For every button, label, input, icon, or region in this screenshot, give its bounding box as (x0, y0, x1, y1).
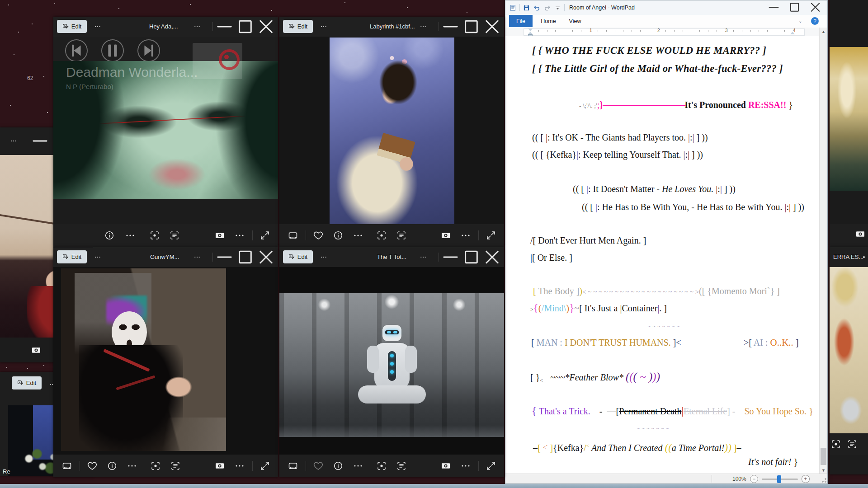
visual-search-icon[interactable] (830, 439, 841, 450)
ribbon-collapse-chevron-icon[interactable]: ⌄ (798, 19, 802, 23)
desktop-stray-number: 62 (27, 75, 33, 81)
visual-search-icon[interactable] (149, 230, 160, 241)
edit-button[interactable]: Edit (57, 250, 87, 263)
maximize-button[interactable] (784, 0, 805, 14)
redo-icon[interactable] (543, 4, 551, 12)
more-options-icon[interactable] (863, 256, 865, 258)
visual-search-icon[interactable] (150, 460, 161, 471)
close-button[interactable] (482, 17, 502, 37)
favorite-heart-icon[interactable] (313, 230, 324, 241)
minimize-button[interactable] (764, 0, 784, 14)
taskbar[interactable] (0, 484, 868, 488)
customize-quick-access-icon[interactable] (554, 4, 561, 12)
more-options-icon[interactable] (353, 230, 363, 241)
pause-button[interactable] (101, 39, 124, 62)
minimize-button[interactable] (30, 131, 50, 151)
fullscreen-icon[interactable] (486, 460, 496, 471)
more-options-icon[interactable] (418, 253, 429, 261)
more-options-icon[interactable] (234, 460, 245, 471)
scroll-down-arrow-icon[interactable]: ▼ (820, 466, 827, 474)
minimize-button[interactable] (214, 247, 235, 267)
minimize-button[interactable] (214, 17, 235, 37)
more-options-icon[interactable] (418, 23, 429, 30)
text-actions-icon[interactable] (396, 460, 407, 471)
filmstrip-icon[interactable] (288, 460, 298, 471)
more-options-icon[interactable] (192, 23, 203, 30)
more-options-icon[interactable] (192, 253, 203, 261)
fill-frame-icon[interactable] (855, 229, 866, 239)
maximize-button[interactable] (461, 17, 481, 37)
visual-search-icon[interactable] (376, 230, 387, 241)
fill-frame-icon[interactable] (214, 460, 225, 471)
fullscreen-icon[interactable] (259, 230, 270, 241)
undo-icon[interactable] (533, 4, 541, 12)
close-button[interactable] (805, 0, 826, 14)
fill-frame-icon[interactable] (440, 230, 451, 241)
info-icon[interactable] (104, 230, 115, 241)
indent-marker-right[interactable] (790, 32, 795, 34)
more-options-icon[interactable] (125, 230, 136, 241)
favorite-heart-icon[interactable] (87, 460, 98, 471)
more-options-icon[interactable] (234, 230, 245, 241)
text-actions-icon[interactable] (169, 230, 180, 241)
filmstrip-icon[interactable] (288, 230, 298, 241)
scroll-up-arrow-icon[interactable]: ▲ (820, 28, 827, 35)
text-actions-icon[interactable] (170, 460, 181, 471)
more-options-icon[interactable] (92, 23, 103, 30)
save-icon[interactable] (523, 4, 530, 12)
vertical-scrollbar[interactable]: ▲ ▼ (819, 28, 827, 474)
edit-button[interactable]: Edit (283, 20, 313, 33)
edit-button[interactable]: Edit (12, 376, 42, 389)
zoom-slider[interactable] (762, 479, 798, 480)
wordpad-document[interactable]: [ { WHO THE FUCK ELSE WOULD HE MARRY?? ]… (507, 36, 821, 475)
fullscreen-icon[interactable] (486, 230, 496, 241)
more-options-icon[interactable] (460, 460, 471, 471)
filmstrip-icon[interactable] (61, 460, 72, 471)
maximize-button[interactable] (235, 17, 255, 37)
maximize-button[interactable] (235, 247, 255, 267)
more-options-icon[interactable] (127, 460, 137, 471)
scrollbar-thumb[interactable] (821, 448, 826, 465)
fullscreen-icon[interactable] (259, 460, 270, 471)
close-button[interactable] (256, 247, 276, 267)
more-options-icon[interactable] (318, 23, 329, 30)
photos-toolbar (53, 455, 278, 477)
media-controls-row (53, 37, 278, 61)
doc-line: (( [ |: It's OK - The Giants had Players… (532, 131, 708, 143)
info-icon[interactable] (107, 460, 118, 471)
more-options-icon[interactable] (92, 253, 103, 261)
favorite-heart-icon[interactable] (313, 460, 324, 471)
more-options-icon[interactable] (353, 460, 363, 471)
next-track-button[interactable] (137, 39, 160, 62)
info-icon[interactable] (333, 460, 344, 471)
visual-search-icon[interactable] (376, 460, 387, 471)
minimize-button[interactable] (440, 247, 461, 267)
fill-frame-icon[interactable] (31, 345, 42, 356)
tab-home[interactable]: Home (536, 15, 561, 27)
tab-file[interactable]: File (509, 15, 533, 27)
text-actions-icon[interactable] (847, 439, 858, 450)
doc-line: ~ ~ ~ ~ ~ ~ ~ (637, 421, 669, 434)
edit-button[interactable]: Edit (57, 20, 87, 33)
close-button[interactable] (256, 17, 276, 37)
text-actions-icon[interactable] (396, 230, 407, 241)
previous-track-button[interactable] (65, 39, 88, 62)
zoom-in-button[interactable]: + (802, 475, 810, 483)
more-options-icon[interactable] (318, 253, 329, 261)
minimize-button[interactable] (440, 17, 461, 37)
info-icon[interactable] (333, 230, 344, 241)
resize-grip[interactable] (822, 478, 826, 483)
photo-amano-art-bottom (830, 267, 868, 433)
more-options-icon[interactable] (8, 137, 19, 145)
fill-frame-icon[interactable] (214, 230, 225, 241)
tab-view[interactable]: View (563, 15, 587, 27)
fill-frame-icon[interactable] (440, 460, 451, 471)
edit-button[interactable]: Edit (283, 250, 313, 263)
zoom-slider-thumb[interactable] (777, 475, 781, 483)
maximize-button[interactable] (461, 247, 481, 267)
zoom-out-button[interactable]: − (750, 475, 758, 483)
help-icon[interactable]: ? (811, 17, 819, 25)
more-options-icon[interactable] (460, 230, 471, 241)
indent-marker-first-line[interactable] (528, 28, 533, 31)
close-button[interactable] (482, 247, 502, 267)
